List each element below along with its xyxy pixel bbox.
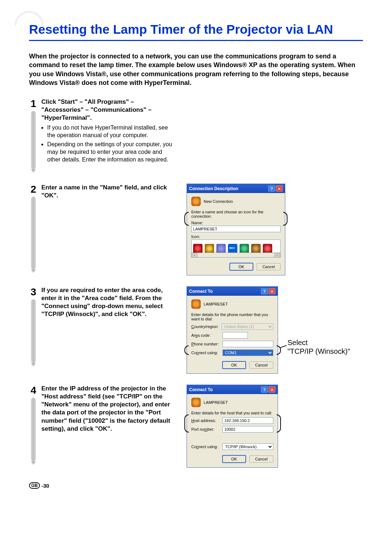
scroll-right-icon[interactable]: ›: [274, 253, 280, 258]
connect-using-label: Connect using:: [191, 351, 220, 355]
cancel-button[interactable]: Cancel: [257, 263, 281, 270]
ok-button[interactable]: OK: [222, 361, 246, 369]
page-number: -30: [41, 483, 49, 489]
dialog-subtitle: LAMPRESET: [204, 400, 228, 405]
dialog-prompt: Enter details for the phone number that …: [191, 312, 273, 321]
port-number-label: Port number:: [191, 427, 220, 431]
step-number: 2: [30, 184, 36, 194]
step-number: 4: [30, 385, 36, 396]
phone-field[interactable]: [222, 341, 273, 347]
connection-description-dialog: Connection Description ? × New Connectio…: [187, 184, 285, 275]
step-1-bullet: If you do not have HyperTerminal install…: [47, 124, 176, 139]
conn-icon-option[interactable]: [263, 244, 272, 253]
icon-label: Icon:: [191, 234, 281, 239]
country-select: United States (1): [221, 323, 273, 330]
host-address-label: Host address:: [191, 418, 220, 423]
region-badge: GB: [29, 482, 40, 489]
step-bar-2: 2: [29, 184, 38, 273]
conn-icon-option[interactable]: [251, 244, 261, 253]
page-footer: GB -30: [29, 482, 363, 489]
connection-icon: [191, 299, 201, 309]
close-icon[interactable]: ×: [269, 386, 275, 393]
intro-paragraph: When the projector is connected to a net…: [29, 52, 363, 87]
ok-button[interactable]: OK: [229, 263, 253, 271]
icon-scrollbar[interactable]: ‹ ›: [192, 253, 280, 257]
dialog-title: Connect To: [189, 387, 213, 392]
step-2-head: Enter a name in the "Name" field, and cl…: [41, 184, 176, 200]
scroll-left-icon[interactable]: ‹: [192, 253, 197, 258]
conn-icon-option[interactable]: [193, 244, 203, 253]
connection-icon: [191, 197, 201, 206]
connect-using-select[interactable]: TCP/IP (Winsock): [222, 443, 273, 450]
step-bar-4: 4: [29, 385, 38, 465]
step-3-text: If you are required to enter the area co…: [41, 286, 176, 318]
step-bar-1: 1: [29, 98, 38, 173]
step-4-text: Enter the IP address of the projector in…: [41, 385, 176, 433]
annotation-text: Select "TCP/IP (Winsock)": [287, 338, 350, 356]
conn-icon-option[interactable]: [228, 244, 237, 253]
step-number: 3: [30, 287, 36, 297]
dialog-title: Connection Description: [189, 186, 238, 191]
dialog-prompt: Enter a name and choose an icon for the …: [191, 210, 281, 218]
country-label: Country/region:: [191, 324, 219, 329]
name-field[interactable]: [191, 226, 281, 232]
help-icon[interactable]: ?: [261, 288, 268, 294]
conn-icon-option[interactable]: [240, 244, 249, 253]
close-icon[interactable]: ×: [276, 185, 283, 192]
name-label: Name:: [191, 221, 281, 225]
port-number-field[interactable]: [222, 426, 273, 433]
step-1-bullet: Depending on the settings of your comput…: [47, 141, 176, 163]
connect-using-select[interactable]: COM1: [222, 349, 273, 356]
dialog-subtitle: New Connection: [204, 199, 233, 204]
connection-icon: [191, 398, 201, 407]
step-3-head: If you are required to enter the area co…: [41, 286, 176, 318]
area-code-field[interactable]: [222, 332, 248, 339]
step-number: 1: [30, 99, 36, 109]
step-2-text: Enter a name in the "Name" field, and cl…: [41, 184, 176, 200]
connect-to-dialog: Connect To ? × LAMPRESET Enter details f…: [187, 286, 278, 374]
dialog-subtitle: LAMPRESET: [204, 302, 228, 306]
help-icon[interactable]: ?: [261, 386, 268, 393]
cancel-button[interactable]: Cancel: [249, 455, 273, 463]
dialog-prompt: Enter details for the host that you want…: [191, 411, 273, 415]
step-1-head: Click "Start" – "All Programs" – "Access…: [41, 98, 176, 122]
cancel-button[interactable]: Cancel: [249, 361, 273, 369]
ok-button[interactable]: OK: [222, 455, 246, 463]
connect-to-host-dialog: Connect To ? × LAMPRESET Enter details f…: [187, 385, 278, 468]
icon-picker[interactable]: ‹ ›: [191, 239, 281, 258]
phone-label: Phone number:: [191, 342, 220, 346]
host-address-field[interactable]: [222, 417, 273, 424]
dialog-title: Connect To: [189, 289, 213, 294]
annotation-leader: [280, 345, 287, 348]
close-icon[interactable]: ×: [269, 288, 275, 294]
conn-icon-option[interactable]: [216, 244, 226, 253]
conn-icon-option[interactable]: [205, 244, 214, 253]
step-4-head: Enter the IP address of the projector in…: [41, 385, 176, 433]
page-title: Resetting the Lamp Timer of the Projecto…: [29, 22, 363, 41]
help-icon[interactable]: ?: [268, 185, 275, 192]
area-code-label: Area code:: [191, 333, 220, 337]
step-bar-3: 3: [29, 286, 38, 366]
step-1-text: Click "Start" – "All Programs" – "Access…: [41, 98, 176, 165]
connect-using-label: Connect using:: [191, 445, 220, 449]
